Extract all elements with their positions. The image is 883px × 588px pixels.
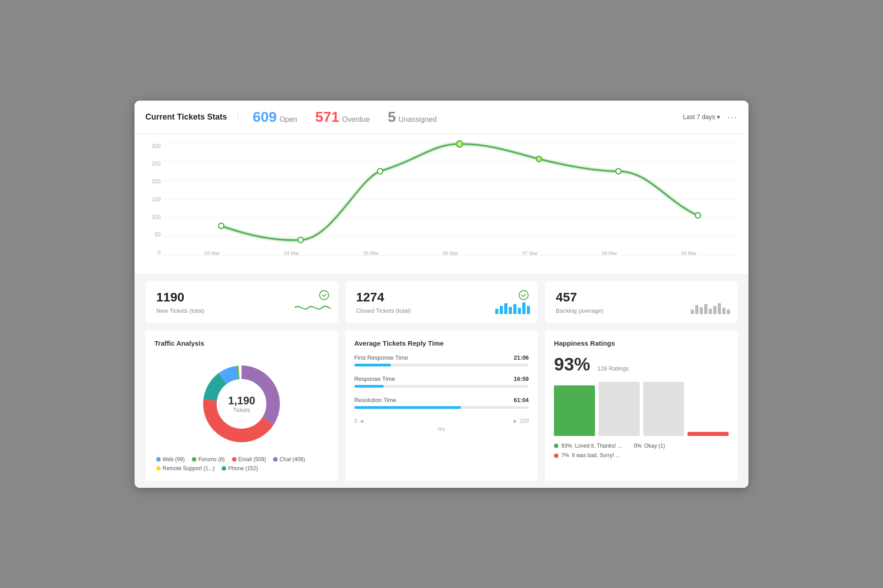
happiness-title: Happiness Ratings — [554, 339, 729, 347]
svg-rect-9 — [495, 309, 498, 314]
okay-pct: 0% — [634, 441, 641, 451]
response-time-value: 16:59 — [514, 375, 529, 382]
web-dot — [156, 457, 161, 462]
legend-forums: Forums (8) — [192, 456, 225, 463]
happiness-panel: Happiness Ratings 93% 128 Ratings — [545, 330, 738, 481]
legend-email: Email (509) — [232, 456, 266, 463]
y-label-150: 150 — [145, 196, 163, 203]
forums-dot — [192, 457, 196, 462]
svg-rect-11 — [504, 303, 507, 314]
happiness-bar-okay-bg — [599, 382, 640, 436]
first-response-value: 21:06 — [514, 354, 529, 361]
happiness-bar-loved — [554, 385, 595, 436]
chat-label: Chat (406) — [279, 456, 305, 463]
y-label-200: 200 — [145, 178, 163, 185]
open-count: 609 — [253, 109, 277, 125]
svg-rect-20 — [704, 304, 707, 314]
hrs-label: hrs — [354, 426, 529, 432]
header: Current Tickets Stats 609 Open 571 Overd… — [135, 101, 748, 134]
resolution-time-bar-bg — [354, 406, 529, 409]
web-label: Web (99) — [163, 456, 185, 463]
response-time-header: Response Time 16:59 — [354, 375, 529, 382]
traffic-analysis-panel: Traffic Analysis 1,190 — [145, 330, 338, 481]
resolution-time-bar-fill — [354, 406, 461, 409]
bad-text: It was bad. Sorry! ... — [572, 451, 620, 461]
y-label-300: 300 — [145, 143, 163, 149]
overdue-label: Overdue — [342, 116, 370, 124]
svg-point-5 — [616, 168, 621, 174]
y-label-0: 0 — [145, 250, 163, 256]
svg-point-0 — [218, 223, 224, 228]
svg-rect-21 — [709, 309, 712, 314]
arrow-right-icon: ► — [512, 418, 518, 424]
svg-point-7 — [320, 291, 329, 300]
page-title: Current Tickets Stats — [145, 112, 238, 122]
svg-point-8 — [519, 291, 528, 300]
svg-rect-12 — [509, 307, 512, 314]
forums-label: Forums (8) — [198, 456, 225, 463]
hrs-scale: 0 ◄ ► 100 — [354, 418, 529, 424]
legend-loved: 93% Loved it. Thanks! ... 0% Okay (1) — [554, 441, 729, 451]
phone-dot — [222, 466, 226, 471]
check-circle-icon — [319, 290, 329, 302]
response-time-item: Response Time 16:59 — [354, 375, 529, 388]
y-label-50: 50 — [145, 231, 163, 238]
y-label-100: 100 — [145, 214, 163, 220]
dashboard: Current Tickets Stats 609 Open 571 Overd… — [135, 101, 748, 488]
first-response-item: First Response Time 21:06 — [354, 354, 529, 366]
scale-bar — [370, 421, 507, 421]
legend-phone: Phone (152) — [222, 465, 258, 472]
arrow-left-icon: ◄ — [359, 418, 364, 424]
date-range-picker[interactable]: Last 7 days ▾ — [683, 113, 720, 120]
legend-web: Web (99) — [156, 456, 185, 463]
overdue-count: 571 — [315, 109, 339, 125]
response-time-label: Response Time — [354, 375, 395, 382]
phone-label: Phone (152) — [228, 465, 258, 472]
donut-center-number: 1,190 — [228, 394, 255, 407]
main-chart-section: 0 50 100 150 200 250 300 — [135, 134, 748, 274]
resolution-time-value: 61:04 — [514, 397, 529, 403]
svg-point-3 — [456, 140, 463, 147]
donut-center-label: Tickets — [228, 407, 255, 413]
reply-time-title: Average Tickets Reply Time — [354, 339, 529, 347]
email-dot — [232, 457, 237, 462]
loved-dot — [554, 444, 558, 448]
open-stat: 609 Open — [253, 109, 297, 125]
svg-rect-23 — [718, 303, 721, 314]
svg-rect-14 — [518, 308, 521, 314]
ratings-count: 128 Ratings — [597, 365, 628, 372]
y-label-250: 250 — [145, 161, 163, 167]
svg-rect-18 — [695, 305, 698, 314]
overdue-stat: 571 Overdue — [315, 109, 370, 125]
more-options-button[interactable]: ··· — [727, 112, 738, 122]
svg-rect-24 — [722, 308, 725, 314]
reply-time-panel: Average Tickets Reply Time First Respons… — [345, 330, 538, 481]
chart-container: 0 50 100 150 200 250 300 — [145, 143, 738, 269]
happiness-percentage: 93% — [554, 354, 590, 375]
traffic-title: Traffic Analysis — [154, 339, 329, 347]
bottom-panels: Traffic Analysis 1,190 — [135, 330, 748, 488]
response-time-bar-bg — [354, 385, 529, 388]
remote-label: Remote Support (1...) — [163, 465, 214, 472]
wave-chart — [295, 301, 331, 316]
legend-chat: Chat (406) — [273, 456, 305, 463]
chevron-down-icon: ▾ — [717, 113, 720, 120]
svg-point-1 — [298, 237, 303, 242]
donut-center: 1,190 Tickets — [228, 394, 255, 413]
first-response-label: First Response Time — [354, 354, 408, 361]
svg-rect-10 — [500, 306, 503, 314]
bad-pct: 7% — [561, 451, 569, 461]
happiness-header: 93% 128 Ratings — [554, 354, 729, 375]
happiness-legend: 93% Loved it. Thanks! ... 0% Okay (1) 7%… — [554, 441, 729, 461]
svg-point-4 — [536, 156, 542, 162]
donut-chart: 1,190 Tickets — [196, 359, 287, 449]
svg-rect-22 — [713, 306, 716, 314]
y-axis-labels: 0 50 100 150 200 250 300 — [145, 143, 163, 256]
first-response-bar-fill — [354, 364, 391, 366]
closed-tickets-card: 1274 Closed Tickets (total) — [345, 281, 538, 323]
scale-start: 0 — [354, 418, 358, 424]
resolution-time-header: Resolution Time 61:04 — [354, 397, 529, 403]
new-tickets-card: 1190 New Tickets (total) — [145, 281, 338, 323]
unassigned-count: 5 — [388, 109, 396, 125]
first-response-bar-bg — [354, 364, 529, 366]
